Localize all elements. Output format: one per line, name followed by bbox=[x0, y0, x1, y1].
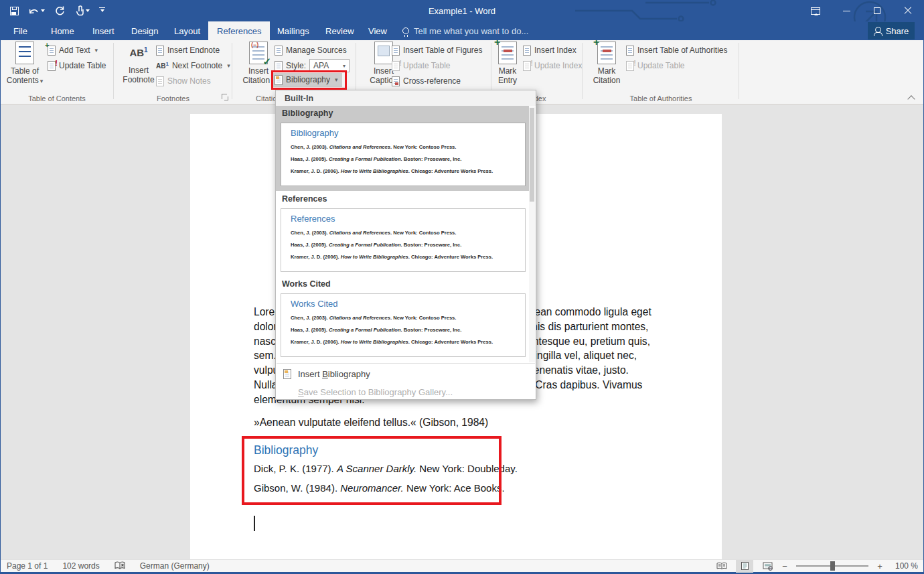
gallery-scrollbar[interactable] bbox=[529, 106, 535, 362]
close-button[interactable] bbox=[893, 0, 923, 21]
next-footnote-button[interactable]: AB1 Next Footnote bbox=[156, 58, 230, 73]
cross-reference-label: Cross-reference bbox=[403, 76, 461, 86]
footnotes-dialog-launcher[interactable] bbox=[222, 94, 229, 101]
mark-entry-button[interactable]: + Mark Entry bbox=[492, 42, 523, 85]
zoom-percentage[interactable]: 100 % bbox=[889, 561, 918, 571]
table-of-contents-button[interactable]: Table of Contents bbox=[3, 42, 46, 86]
update-table-label: Update Table bbox=[59, 61, 106, 70]
add-text-icon: + bbox=[48, 46, 56, 56]
preview-citation: Chen, J. (2003). Citations and Reference… bbox=[291, 315, 456, 321]
update-table-toc-button[interactable]: ! Update Table bbox=[48, 58, 106, 73]
bibliography-entry: Gibson, W. (1984). Neuromancer. New York… bbox=[254, 482, 505, 494]
style-select[interactable]: APA bbox=[309, 59, 350, 72]
insert-endnote-button[interactable]: Insert Endnote bbox=[156, 43, 220, 58]
preview-heading: References bbox=[291, 214, 335, 224]
tab-home[interactable]: Home bbox=[42, 21, 83, 40]
entry-publisher: New York: Ace Books. bbox=[404, 482, 505, 494]
bibliography-dropdown-menu: Built-In Bibliography Bibliography Chen,… bbox=[275, 90, 536, 400]
undo-button[interactable] bbox=[28, 6, 45, 16]
insert-table-of-figures-button[interactable]: Insert Table of Figures bbox=[392, 43, 483, 58]
bibliography-entry: Dick, P. K. (1977). A Scanner Darkly. Ne… bbox=[254, 463, 518, 474]
gallery-item-title: Bibliography bbox=[276, 106, 529, 119]
gallery-item-title: Works Cited bbox=[276, 277, 529, 290]
touch-mode-button[interactable] bbox=[74, 5, 90, 16]
tab-view[interactable]: View bbox=[360, 21, 396, 40]
zoom-out-button[interactable]: − bbox=[781, 561, 788, 571]
mark-citation-button[interactable]: + Mark Citation bbox=[589, 42, 625, 85]
proofing-status-icon[interactable] bbox=[114, 561, 125, 571]
preview-citation: Chen, J. (2003). Citations and Reference… bbox=[291, 144, 456, 150]
insert-bibliography-menuitem[interactable]: Insert Bibliography bbox=[276, 364, 536, 383]
maximize-button[interactable] bbox=[862, 0, 893, 21]
group-separator bbox=[739, 43, 739, 99]
insert-table-of-authorities-button[interactable]: Insert Table of Authorities bbox=[626, 43, 728, 58]
gallery-item-bibliography[interactable]: Bibliography Bibliography Chen, J. (2003… bbox=[276, 106, 529, 191]
gallery-preview-card: Bibliography Chen, J. (2003). Citations … bbox=[281, 123, 526, 186]
cross-reference-button[interactable]: Cross-reference bbox=[392, 74, 461, 88]
tab-mailings[interactable]: Mailings bbox=[268, 21, 318, 40]
gallery-item-works-cited[interactable]: Works Cited Works Cited Chen, J. (2003).… bbox=[276, 277, 529, 362]
save-button[interactable] bbox=[10, 7, 19, 15]
tab-references[interactable]: References bbox=[208, 21, 270, 40]
page-indicator[interactable]: Page 1 of 1 bbox=[7, 561, 48, 571]
language-indicator[interactable]: German (Germany) bbox=[140, 561, 210, 571]
group-footnotes: AB1 Insert Footnote Insert Endnote AB1 N… bbox=[114, 40, 232, 104]
collapse-ribbon-button[interactable] bbox=[909, 96, 915, 100]
insert-footnote-button[interactable]: AB1 Insert Footnote bbox=[117, 42, 160, 84]
preview-citation: Haas, J. (2005). Creating a Formal Publi… bbox=[291, 156, 461, 162]
tell-me-box[interactable]: Tell me what you want to do... bbox=[402, 21, 528, 40]
group-table-of-authorities: + Mark Citation Insert Table of Authorit… bbox=[583, 40, 739, 104]
tab-layout[interactable]: Layout bbox=[165, 21, 209, 40]
gallery-item-references[interactable]: References References Chen, J. (2003). C… bbox=[276, 192, 529, 276]
save-icon bbox=[10, 7, 19, 15]
manage-sources-button[interactable]: Manage Sources bbox=[275, 43, 347, 58]
share-button[interactable]: Share bbox=[868, 22, 915, 40]
insert-index-button[interactable]: Insert Index bbox=[523, 43, 576, 58]
zoom-slider[interactable] bbox=[796, 565, 868, 567]
manage-sources-icon bbox=[275, 46, 283, 56]
insert-bibliography-label: Insert Bibliography bbox=[298, 369, 370, 379]
insert-table-of-figures-icon bbox=[392, 46, 400, 56]
tab-design[interactable]: Design bbox=[123, 21, 167, 40]
status-bar: Page 1 of 1 102 words German (Germany) −… bbox=[1, 559, 923, 573]
bibliography-dropdown-button[interactable]: Bibliography bbox=[272, 72, 342, 87]
preview-heading: Bibliography bbox=[291, 128, 339, 138]
repeat-button[interactable] bbox=[54, 5, 65, 16]
gallery-scrollbar-thumb[interactable] bbox=[530, 108, 534, 202]
ribbon-display-options-button[interactable] bbox=[800, 0, 831, 21]
insert-caption-icon bbox=[374, 42, 393, 64]
manage-sources-label: Manage Sources bbox=[286, 46, 347, 55]
preview-citation: Haas, J. (2005). Creating a Formal Publi… bbox=[291, 242, 461, 248]
web-layout-button[interactable] bbox=[759, 560, 776, 573]
update-index-label: Update Index bbox=[534, 61, 582, 70]
save-selection-label: Save Selection to Bibliography Gallery..… bbox=[298, 387, 453, 397]
close-icon bbox=[904, 7, 912, 15]
tab-review[interactable]: Review bbox=[317, 21, 363, 40]
customize-qat-button[interactable] bbox=[99, 7, 105, 14]
quick-access-toolbar bbox=[10, 0, 105, 21]
ribbon-tab-bar: File Home Insert Design Layout Reference… bbox=[1, 21, 923, 40]
insert-footnote-icon: AB1 bbox=[129, 47, 147, 58]
zoom-slider-thumb[interactable] bbox=[830, 561, 835, 571]
add-text-button[interactable]: + Add Text bbox=[48, 43, 98, 58]
tell-me-label: Tell me what you want to do... bbox=[414, 26, 528, 36]
minimize-button[interactable] bbox=[831, 0, 862, 21]
next-footnote-icon: AB1 bbox=[156, 62, 169, 70]
group-separator bbox=[582, 43, 583, 99]
insert-index-icon bbox=[523, 46, 531, 56]
show-notes-icon bbox=[156, 76, 164, 86]
read-mode-button[interactable] bbox=[713, 560, 730, 573]
word-count[interactable]: 102 words bbox=[62, 561, 99, 571]
customize-caret-icon bbox=[100, 9, 104, 14]
bibliography-label: Bibliography bbox=[286, 75, 330, 84]
zoom-in-button[interactable]: + bbox=[876, 561, 883, 571]
tab-insert[interactable]: Insert bbox=[84, 21, 123, 40]
gallery-preview-card: References Chen, J. (2003). Citations an… bbox=[281, 208, 526, 272]
print-layout-button[interactable] bbox=[736, 560, 753, 573]
tab-file[interactable]: File bbox=[5, 21, 36, 40]
gallery-item-title: References bbox=[276, 192, 529, 205]
entry-publisher: New York: Doubleday. bbox=[416, 463, 518, 474]
style-value: APA bbox=[313, 61, 329, 70]
entry-author: Dick, P. K. (1977). bbox=[254, 463, 337, 474]
text-cursor bbox=[254, 516, 255, 531]
